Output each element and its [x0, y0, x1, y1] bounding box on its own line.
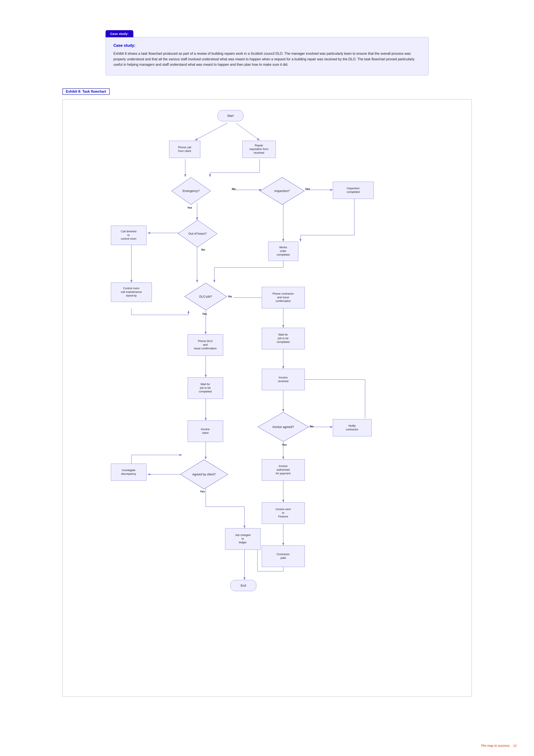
- case-study-title: Case study:: [114, 43, 421, 48]
- case-study-box: Case study: Exhibit 8 shows a task flowc…: [106, 37, 429, 75]
- agreed-yes-label: Yes: [200, 490, 205, 493]
- dlo-yes-label: Yes: [202, 312, 207, 315]
- phone-dlo-node: Phone DLO and issue confirmation: [188, 334, 223, 356]
- phone-contractor-node: Phone contractor and issue confirmation: [262, 287, 305, 309]
- invoice-client-node: Invoice client: [188, 420, 223, 442]
- contractor-paid-node: Contractor paid: [262, 546, 305, 567]
- wait-job2-node: Wait for job to be completed: [262, 328, 305, 349]
- agreed-by-client-diamond: Agreed by client?: [180, 459, 228, 489]
- inspection-completed-node: Inspection completed: [333, 182, 374, 199]
- page: Case study: Case study: Exhibit 8 shows …: [41, 0, 493, 718]
- out-of-hours-diamond: Out of hours?: [178, 220, 217, 248]
- control-room-node: Control room call maintenance stand-by: [111, 283, 152, 302]
- exhibit-label: Exhibit 8: Task flowchart: [63, 88, 110, 95]
- dlo-no-label: No: [228, 295, 232, 298]
- invoice-sent-node: Invoice sent to Finance: [262, 502, 305, 524]
- case-study-body: Exhibit 8 shows a task flowchart produce…: [114, 51, 421, 68]
- svg-line-1: [195, 123, 227, 140]
- invoice-received-node: Invoice received: [262, 369, 305, 390]
- case-study-tab: Case study:: [106, 30, 133, 37]
- emergency-diamond: Emergency?: [171, 177, 211, 205]
- phone-call-node: Phone call from client: [169, 141, 200, 158]
- works-order-node: Works order completed: [268, 242, 298, 261]
- end-node: End: [231, 580, 256, 591]
- footer: The map to success 11: [481, 744, 517, 747]
- flowchart-wrapper: Start Phone call from client Repair requ…: [63, 99, 472, 696]
- investigate-node: Investigate discrepancy: [111, 464, 146, 481]
- svg-line-2: [236, 123, 260, 140]
- dlo-job-diamond: DLO job?: [184, 283, 227, 310]
- inspection-yes-label: Yes: [305, 187, 310, 191]
- notify-contractor-node: Notify contractor: [333, 419, 371, 436]
- invoice-authorised-node: Invoice authorised for payment: [262, 459, 305, 481]
- flowchart: Start Phone call from client Repair requ…: [68, 106, 466, 688]
- emergency-yes-label: Yes: [188, 206, 192, 209]
- exhibit-label-bold: Exhibit 8:: [66, 90, 81, 93]
- exhibit-title: Task flowchart: [81, 90, 106, 93]
- repair-requisition-node: Repair requisition form received: [242, 141, 276, 158]
- job-charged-node: Job charged to ledger: [225, 528, 261, 550]
- wait-job1-node: Wait for job to be completed: [188, 377, 223, 399]
- emergency-no-label: No: [232, 187, 236, 191]
- out-of-hours-no-label: No: [201, 248, 205, 251]
- invoice-agreed-no-label: No: [310, 425, 314, 428]
- start-node: Start: [217, 110, 243, 121]
- inspection-diamond: Inspection?: [260, 177, 305, 205]
- invoice-agreed-diamond: Invoice agreed?: [257, 412, 309, 442]
- call-diverted-node: Call diverted to control room: [111, 226, 146, 245]
- invoice-agreed-yes-label: Yes: [282, 443, 287, 446]
